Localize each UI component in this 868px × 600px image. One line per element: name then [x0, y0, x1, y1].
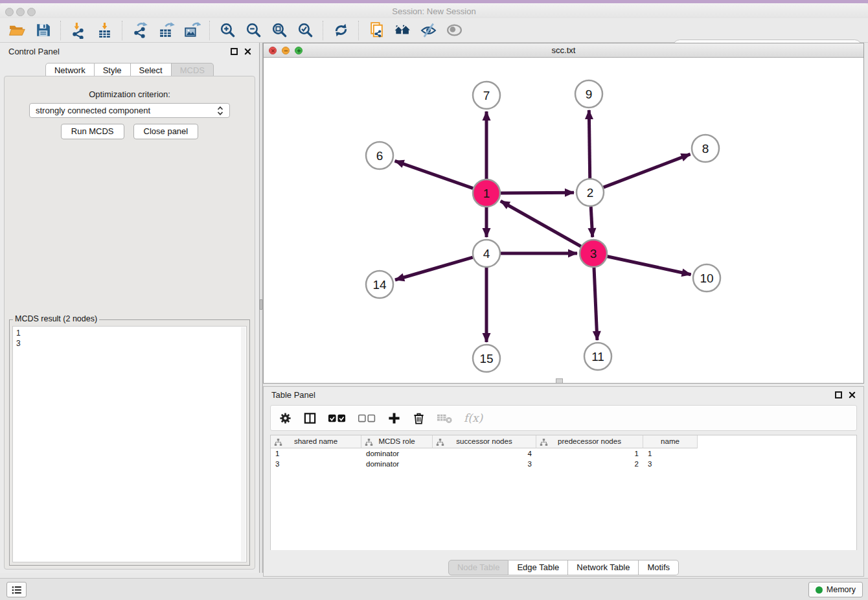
node-11[interactable]: 11	[584, 343, 611, 370]
table-cell[interactable]: 1	[536, 448, 643, 459]
toggle-graphics-details-icon[interactable]	[417, 20, 440, 41]
window-resize-grip[interactable]	[556, 378, 563, 383]
table-row[interactable]: 1dominator411	[271, 448, 856, 459]
close-panel-icon[interactable]	[244, 48, 251, 55]
node-10[interactable]: 10	[693, 264, 720, 292]
network-minimize-button[interactable]	[282, 47, 290, 54]
selected-option: strongly connected component	[36, 106, 217, 115]
tab-network-table[interactable]: Network Table	[568, 560, 639, 575]
toolbar-separator	[358, 21, 359, 40]
table-header-row: shared nameMCDS rolesuccessor nodesprede…	[271, 435, 856, 448]
zoom-selected-icon[interactable]	[293, 20, 317, 41]
node-label: 15	[479, 352, 493, 365]
table-settings-icon[interactable]	[279, 411, 292, 425]
close-panel-button[interactable]: Close panel	[133, 124, 199, 139]
edge-1-6[interactable]	[395, 161, 474, 188]
zoom-out-icon[interactable]	[242, 20, 265, 41]
table-cell[interactable]: 1	[271, 448, 361, 459]
table-cell[interactable]: dominator	[361, 448, 433, 459]
column-header-predecessor-nodes[interactable]: predecessor nodes	[536, 435, 643, 448]
delete-column-icon[interactable]	[412, 411, 426, 425]
open-session-icon[interactable]	[5, 20, 29, 41]
zoom-in-icon[interactable]	[216, 20, 239, 41]
node-1[interactable]: 1	[473, 179, 500, 207]
column-header-name[interactable]: name	[643, 435, 698, 448]
network-window-titlebar[interactable]: scc.txt	[264, 43, 863, 58]
splitter-handle[interactable]	[260, 299, 262, 310]
column-header-shared-name[interactable]: shared name	[271, 435, 361, 448]
add-column-icon[interactable]	[387, 411, 401, 425]
node-2[interactable]: 2	[577, 179, 604, 206]
control-panel: Control Panel NetworkStyleSelectMCDS Opt…	[0, 43, 259, 573]
edge-2-3[interactable]	[591, 207, 593, 237]
main-toolbar	[0, 18, 868, 43]
memory-button[interactable]: Memory	[808, 582, 863, 597]
node-3[interactable]: 3	[580, 240, 607, 267]
export-network-icon[interactable]	[128, 20, 152, 41]
close-table-panel-icon[interactable]	[849, 391, 856, 398]
result-scrollbar[interactable]	[241, 327, 246, 561]
edge-1-2[interactable]	[501, 192, 574, 193]
import-table-icon[interactable]	[93, 20, 116, 41]
edge-3-10[interactable]	[608, 257, 691, 275]
zoom-fit-icon[interactable]	[268, 20, 291, 41]
column-header-successor-nodes[interactable]: successor nodes	[433, 435, 536, 448]
edge-3-1[interactable]	[501, 201, 581, 246]
network-graph[interactable]: 1234678910111415	[264, 58, 863, 383]
node-8[interactable]: 8	[692, 135, 719, 162]
node-7[interactable]: 7	[473, 82, 500, 109]
export-table-icon[interactable]	[154, 20, 177, 41]
table-cell[interactable]: 3	[643, 459, 698, 469]
edge-4-14[interactable]	[395, 257, 473, 280]
home-pair-icon[interactable]	[391, 20, 414, 41]
node-9[interactable]: 9	[575, 80, 602, 108]
birdseye-view-icon	[442, 20, 466, 41]
edge-2-9[interactable]	[589, 110, 589, 178]
optimization-criterion-select[interactable]: strongly connected component	[29, 103, 230, 118]
node-14[interactable]: 14	[366, 271, 393, 298]
column-header-label: predecessor nodes	[558, 437, 621, 445]
table-cell[interactable]: 2	[536, 459, 643, 469]
mcds-result-list[interactable]: 13	[12, 326, 247, 562]
node-6[interactable]: 6	[366, 142, 393, 169]
export-image-icon[interactable]	[180, 20, 203, 41]
float-panel-icon[interactable]	[231, 48, 238, 55]
network-view-window: scc.txt 1234678910111415	[263, 43, 864, 384]
import-network-icon[interactable]	[67, 20, 90, 41]
run-mcds-button[interactable]: Run MCDS	[61, 124, 124, 139]
select-all-icon[interactable]	[328, 411, 347, 425]
table-cell[interactable]: 3	[433, 459, 536, 469]
tab-motifs[interactable]: Motifs	[639, 560, 679, 575]
network-window-title: scc.txt	[264, 43, 863, 57]
network-canvas[interactable]: 1234678910111415	[264, 58, 863, 383]
node-15[interactable]: 15	[473, 345, 500, 372]
table-cell[interactable]: 1	[643, 448, 698, 459]
mcds-result-group: MCDS result (2 nodes) 13	[9, 319, 250, 566]
column-header-label: shared name	[294, 437, 337, 445]
table-cell[interactable]: 4	[433, 448, 536, 459]
toolbar-separator	[122, 21, 122, 40]
network-maximize-button[interactable]	[295, 47, 303, 54]
network-close-button[interactable]	[269, 47, 277, 54]
deselect-all-icon[interactable]	[358, 411, 376, 425]
edge-3-11[interactable]	[594, 268, 597, 340]
table-cell[interactable]: dominator	[361, 459, 433, 469]
apply-layout-icon[interactable]	[329, 20, 352, 41]
node-label: 2	[587, 186, 594, 200]
tab-edge-table[interactable]: Edge Table	[508, 560, 568, 575]
float-table-panel-icon[interactable]	[835, 391, 842, 398]
tab-node-table[interactable]: Node Table	[448, 560, 509, 575]
network-overview-icon[interactable]	[365, 20, 388, 41]
save-session-icon[interactable]	[31, 20, 54, 41]
table-row[interactable]: 3dominator323	[271, 459, 856, 469]
mcds-panel-body: Optimization criterion: strongly connect…	[4, 76, 255, 570]
show-panels-button[interactable]	[6, 582, 27, 597]
split-view-icon[interactable]	[303, 411, 317, 425]
node-table[interactable]: shared nameMCDS rolesuccessor nodesprede…	[270, 435, 857, 550]
window-title: Session: New Session	[0, 6, 868, 16]
edge-2-8[interactable]	[604, 154, 691, 187]
node-4[interactable]: 4	[473, 240, 500, 267]
column-header-mcds-role[interactable]: MCDS role	[361, 435, 433, 448]
table-cell[interactable]: 3	[271, 459, 361, 469]
column-header-label: name	[661, 437, 680, 445]
